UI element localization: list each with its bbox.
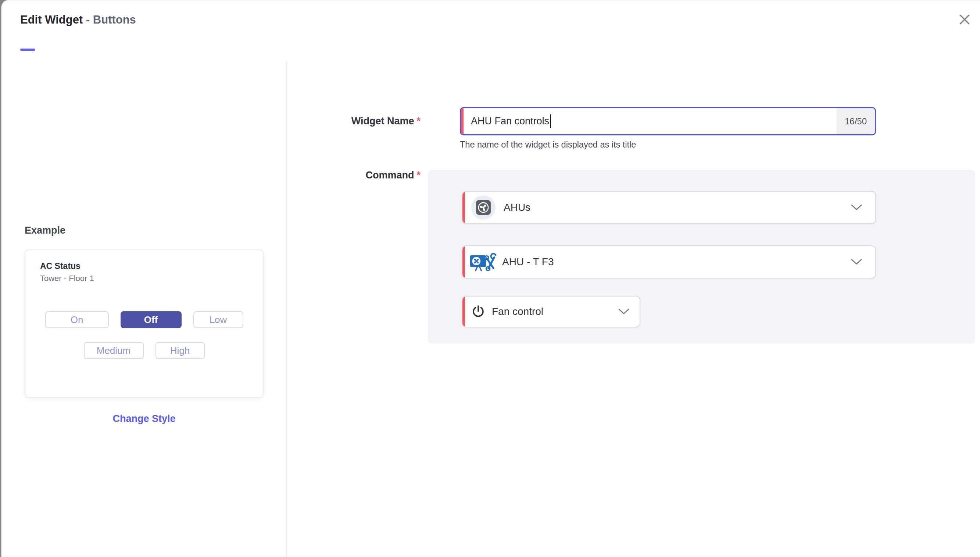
- preview-widget-subtitle: Tower - Floor 1: [40, 274, 94, 283]
- required-asterisk: *: [417, 169, 420, 181]
- power-icon: [471, 305, 485, 319]
- ahu-category-icon: [475, 200, 491, 215]
- change-style-link[interactable]: Change Style: [24, 413, 264, 425]
- edit-widget-dialog: Edit Widget - Buttons Example AC Status …: [1, 0, 980, 557]
- preview-button-high[interactable]: High: [156, 342, 205, 359]
- ahu-asset-icon: [469, 252, 497, 272]
- asset-dropdown[interactable]: AHU - T F3: [462, 245, 876, 278]
- command-label: Command*: [310, 169, 420, 181]
- example-section-heading: Example: [24, 225, 65, 236]
- preview-button-on[interactable]: On: [45, 311, 109, 328]
- required-accent-strip: [462, 192, 465, 223]
- preview-widget-title: AC Status: [40, 261, 81, 271]
- preview-button-medium[interactable]: Medium: [84, 342, 144, 359]
- dialog-title-primary: Edit Widget: [20, 13, 83, 26]
- widget-name-value: AHU Fan controls: [464, 108, 837, 134]
- close-icon: [958, 13, 971, 26]
- widget-name-label-text: Widget Name: [351, 116, 414, 127]
- widget-preview-card: AC Status Tower - Floor 1 On Off Low Med…: [24, 249, 264, 398]
- command-label-text: Command: [365, 169, 414, 181]
- preview-button-low[interactable]: Low: [193, 311, 243, 328]
- asset-value: AHU - T F3: [502, 256, 554, 268]
- char-counter: 16/50: [837, 108, 875, 134]
- required-asterisk: *: [417, 116, 420, 127]
- title-accent-underline: [20, 49, 35, 51]
- widget-name-label: Widget Name*: [310, 116, 420, 127]
- required-accent-strip: [462, 246, 465, 278]
- command-point-dropdown[interactable]: Fan control: [462, 296, 640, 327]
- widget-name-input[interactable]: AHU Fan controls 16/50: [460, 107, 876, 135]
- widget-name-text: AHU Fan controls: [471, 116, 549, 127]
- dialog-title-secondary: - Buttons: [86, 13, 136, 26]
- preview-button-off[interactable]: Off: [120, 311, 182, 328]
- panel-divider: [286, 62, 287, 557]
- category-icon-badge: [471, 195, 495, 220]
- text-caret: [550, 114, 551, 128]
- category-dropdown[interactable]: AHUs: [462, 191, 876, 224]
- required-accent-strip: [462, 296, 465, 327]
- chevron-down-icon: [851, 205, 862, 211]
- preview-button-row-1: On Off Low: [25, 311, 263, 328]
- required-accent-strip: [461, 108, 464, 134]
- command-point-value: Fan control: [492, 306, 543, 318]
- dialog-title: Edit Widget - Buttons: [20, 13, 136, 27]
- chevron-down-icon: [618, 309, 629, 315]
- category-value: AHUs: [504, 202, 531, 213]
- close-button[interactable]: [955, 10, 974, 29]
- chevron-down-icon: [851, 259, 862, 265]
- widget-name-helper: The name of the widget is displayed as i…: [460, 140, 636, 150]
- preview-button-row-2: Medium High: [25, 342, 263, 359]
